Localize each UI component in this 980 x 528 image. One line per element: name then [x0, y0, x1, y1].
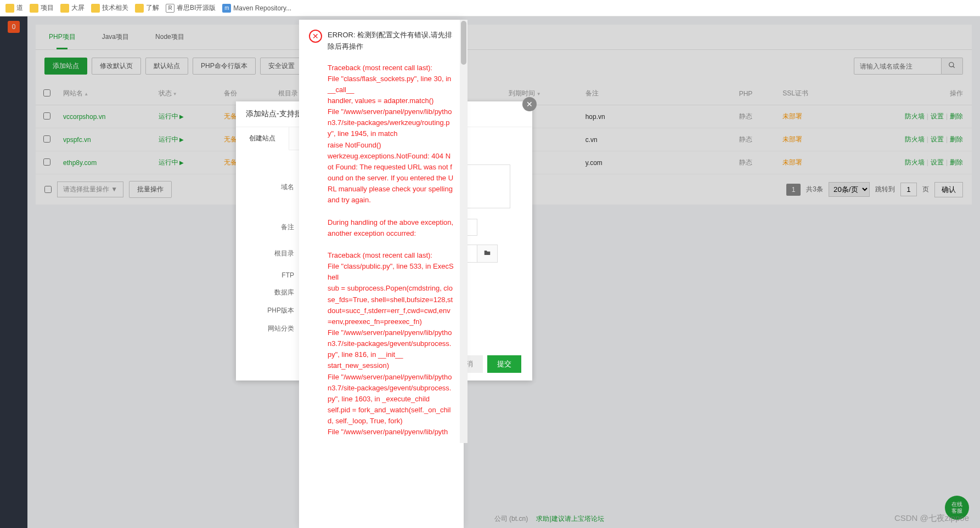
bookmark-item[interactable]: mMaven Repository...: [222, 4, 291, 13]
folder-icon: [60, 4, 69, 13]
folder-browse-button[interactable]: [477, 245, 498, 263]
submit-button[interactable]: 提交: [487, 355, 521, 373]
watermark: CSDN @七夜zippoe: [894, 513, 969, 524]
bookmark-item[interactable]: 大屏: [60, 3, 85, 13]
category-label: 网站分类: [236, 324, 302, 333]
r-icon: R: [166, 4, 174, 13]
error-modal: ✕ ERROR: 检测到配置文件有错误,请先排除后再操作 Traceback (…: [299, 20, 464, 528]
ftp-label: FTP: [236, 271, 302, 279]
bookmarks-bar: 道 项目 大屏 技术相关 了解 R睿思BI开源版 mMaven Reposito…: [0, 0, 980, 16]
folder-icon: [135, 4, 144, 13]
modal-close-button[interactable]: ✕: [522, 97, 537, 111]
root-label: 根目录: [236, 249, 302, 258]
folder-icon: [5, 4, 14, 13]
bookmark-item[interactable]: 技术相关: [91, 3, 128, 13]
error-title: ERROR: 检测到配置文件有错误,请先排除后再操作: [328, 30, 454, 53]
mvn-icon: m: [222, 4, 231, 13]
bookmark-item[interactable]: 了解: [135, 3, 159, 13]
error-scrollbar[interactable]: [460, 20, 468, 443]
folder-icon: [483, 249, 492, 257]
error-traceback: Traceback (most recent call last): File …: [309, 63, 454, 438]
tab-create-site[interactable]: 创建站点: [236, 127, 289, 150]
error-icon: ✕: [309, 30, 322, 43]
domain-label: 域名: [236, 183, 302, 192]
bookmark-item[interactable]: 道: [5, 3, 23, 13]
database-label: 数据库: [236, 288, 302, 297]
scrollbar-thumb[interactable]: [461, 21, 466, 65]
bookmark-item[interactable]: 项目: [30, 3, 54, 13]
note-label: 备注: [236, 223, 302, 232]
bookmark-item[interactable]: R睿思BI开源版: [166, 3, 216, 13]
phpver-label: PHP版本: [236, 306, 302, 315]
folder-icon: [91, 4, 100, 13]
folder-icon: [30, 4, 38, 13]
